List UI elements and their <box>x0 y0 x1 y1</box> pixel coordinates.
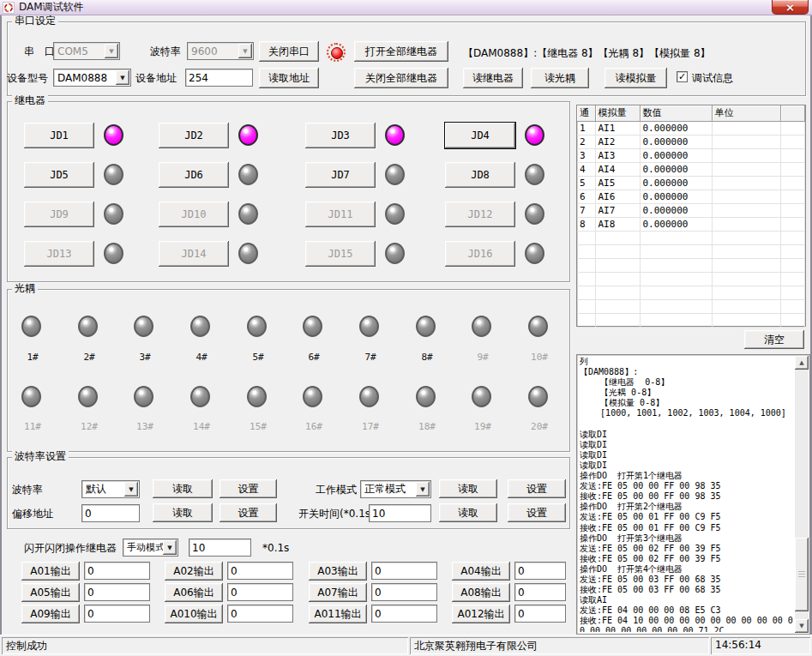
clear-log-button[interactable]: 清空 <box>744 330 804 349</box>
scroll-up-icon[interactable]: ▲ <box>795 356 809 370</box>
opto-indicator-3 <box>134 316 153 337</box>
table-row-empty[interactable] <box>577 231 805 244</box>
chevron-down-icon[interactable]: ▼ <box>105 44 118 58</box>
table-cell <box>780 286 805 299</box>
output-button-a07[interactable]: A07输出 <box>309 583 367 602</box>
relay-button-jd3[interactable]: JD3 <box>305 123 376 148</box>
output-button-a08[interactable]: A08输出 <box>452 583 510 602</box>
output-input-9[interactable] <box>84 605 150 623</box>
relay-indicator-10 <box>238 203 258 225</box>
output-input-3[interactable] <box>371 562 437 580</box>
scrollbar-thumb[interactable] <box>795 538 809 611</box>
output-input-5[interactable] <box>84 583 150 601</box>
baud-set-combobox[interactable]: 默认 ▼ <box>81 480 140 498</box>
table-row-ai6[interactable]: 6AI60.000000 <box>577 190 805 203</box>
offset-read-button[interactable]: 读取 <box>153 503 213 522</box>
chevron-down-icon[interactable]: ▼ <box>116 70 129 85</box>
open-all-relays-button[interactable]: 打开全部继电器 <box>354 41 448 62</box>
chevron-down-icon[interactable]: ▼ <box>238 44 252 58</box>
flash-time-input[interactable] <box>189 539 251 557</box>
table-row-empty[interactable] <box>577 313 805 327</box>
output-button-a011[interactable]: A011输出 <box>309 605 367 623</box>
table-row-ai5[interactable]: 5AI50.000000 <box>577 176 805 190</box>
table-row-ai8[interactable]: 8AI80.000000 <box>577 217 805 231</box>
table-row-ai3[interactable]: 3AI30.000000 <box>577 148 805 162</box>
output-input-10[interactable] <box>227 605 293 623</box>
output-button-a010[interactable]: A010输出 <box>165 605 223 623</box>
col-header-channel[interactable]: 通 <box>577 105 595 121</box>
scroll-down-icon[interactable]: ▼ <box>795 619 809 633</box>
relay-button-jd1[interactable]: JD1 <box>24 123 94 148</box>
close-button[interactable]: × <box>772 0 809 15</box>
baudrate-combobox[interactable]: 9600 ▼ <box>187 42 254 60</box>
table-cell <box>712 121 780 135</box>
read-relay-button[interactable]: 读继电器 <box>463 68 523 88</box>
output-button-a02[interactable]: A02输出 <box>165 562 223 581</box>
read-analog-button[interactable]: 读模拟量 <box>604 68 667 88</box>
relay-button-jd2[interactable]: JD2 <box>159 123 229 148</box>
baud-read-button[interactable]: 读取 <box>153 479 213 498</box>
table-cell <box>780 258 805 272</box>
work-mode-set-button[interactable]: 设置 <box>508 479 566 498</box>
table-row-empty[interactable] <box>577 286 805 299</box>
model-combobox[interactable]: DAM0888 ▼ <box>53 69 131 87</box>
col-header-analog[interactable]: 模拟量 <box>595 105 640 121</box>
output-button-a04[interactable]: A04输出 <box>452 562 510 581</box>
log-scrollbar[interactable]: ▲ ▼ <box>795 356 809 633</box>
offset-address-input[interactable] <box>81 504 140 522</box>
output-input-8[interactable] <box>514 583 566 601</box>
table-row-empty[interactable] <box>577 244 805 258</box>
analog-table-body: 1AI10.0000002AI20.0000003AI30.0000004AI4… <box>577 121 805 327</box>
opto-indicator-18 <box>416 386 436 407</box>
output-input-12[interactable] <box>514 605 566 623</box>
device-address-input[interactable] <box>185 69 253 87</box>
switch-time-read-button[interactable]: 读取 <box>439 503 497 522</box>
output-button-a012[interactable]: A012输出 <box>452 605 510 623</box>
table-row-ai2[interactable]: 2AI20.000000 <box>577 135 805 148</box>
table-row-ai1[interactable]: 1AI10.000000 <box>577 121 805 135</box>
title-bar[interactable]: DAM调试软件 × <box>0 0 812 15</box>
baud-set-button[interactable]: 设置 <box>220 479 277 498</box>
table-row-ai4[interactable]: 4AI40.000000 <box>577 162 805 176</box>
output-input-1[interactable] <box>84 562 150 580</box>
table-row-ai7[interactable]: 7AI70.000000 <box>577 203 805 217</box>
relay-button-jd8[interactable]: JD8 <box>445 162 515 188</box>
relay-button-jd4[interactable]: JD4 <box>445 123 515 148</box>
switch-time-input[interactable] <box>369 504 431 522</box>
output-button-a01[interactable]: A01输出 <box>21 562 80 581</box>
close-all-relays-button[interactable]: 关闭全部继电器 <box>354 68 448 88</box>
output-input-2[interactable] <box>227 562 293 580</box>
col-header-value[interactable]: 数值 <box>640 105 712 121</box>
output-button-a03[interactable]: A03输出 <box>309 562 367 581</box>
relay-button-jd7[interactable]: JD7 <box>305 162 376 188</box>
output-button-a06[interactable]: A06输出 <box>165 583 223 602</box>
opto-indicator-13 <box>134 386 153 407</box>
table-row-empty[interactable] <box>577 272 805 286</box>
table-row-empty[interactable] <box>577 299 805 313</box>
output-button-a09[interactable]: A09输出 <box>21 605 80 623</box>
output-input-7[interactable] <box>371 583 437 601</box>
table-row-empty[interactable] <box>577 258 805 272</box>
work-mode-combobox[interactable]: 正常模式 ▼ <box>360 480 431 498</box>
port-combobox[interactable]: COM5 ▼ <box>53 42 120 60</box>
offset-set-button[interactable]: 设置 <box>220 503 277 522</box>
output-input-6[interactable] <box>227 583 293 601</box>
work-mode-read-button[interactable]: 读取 <box>439 479 497 498</box>
output-input-4[interactable] <box>514 562 566 580</box>
read-opto-button[interactable]: 读光耦 <box>531 68 589 88</box>
relay-button-jd6[interactable]: JD6 <box>159 162 229 188</box>
output-input-11[interactable] <box>371 605 437 623</box>
log-panel[interactable]: 列 【DAM0888】: 【继电器 0-8】 【光耦 0-8】 【模拟量 0-8… <box>576 354 810 635</box>
output-button-a05[interactable]: A05输出 <box>21 583 80 602</box>
chevron-down-icon[interactable]: ▼ <box>163 540 177 555</box>
relay-button-jd5[interactable]: JD5 <box>24 162 94 188</box>
chevron-down-icon[interactable]: ▼ <box>124 482 138 497</box>
debug-info-checkbox[interactable]: ✓ <box>677 71 688 82</box>
col-header-unit[interactable]: 单位 <box>712 105 780 121</box>
chevron-down-icon[interactable]: ▼ <box>416 482 430 497</box>
read-address-button[interactable]: 读取地址 <box>259 68 319 88</box>
close-serial-button[interactable]: 关闭串口 <box>259 41 319 62</box>
flash-mode-combobox[interactable]: 手动模式 ▼ <box>123 539 178 557</box>
table-cell: 5 <box>577 176 595 190</box>
switch-time-set-button[interactable]: 设置 <box>508 503 566 522</box>
